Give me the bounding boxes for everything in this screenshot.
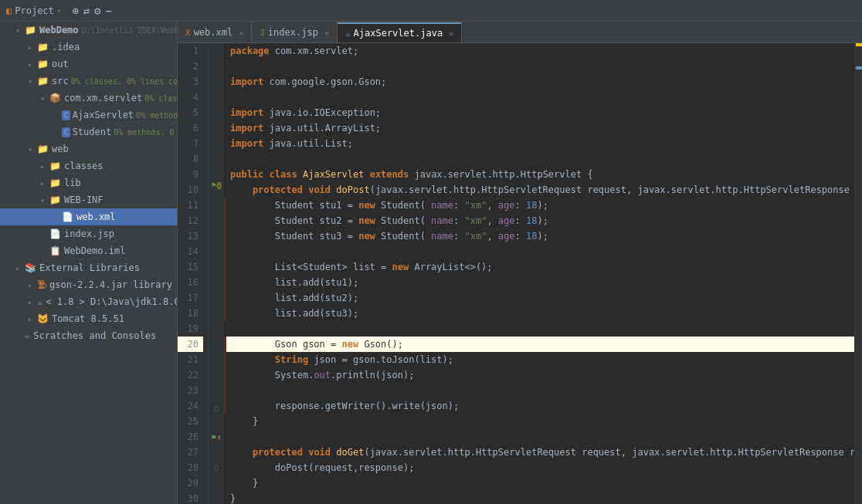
tab-index-jsp[interactable]: J index.jsp ✕ (252, 22, 338, 42)
tree-label: Tomcat 8.5.51 (52, 313, 124, 324)
folder-icon: 📁 (49, 178, 61, 188)
project-dropdown-arrow: ▾ (57, 7, 61, 15)
iml-icon: 📋 (49, 245, 61, 256)
package-icon: 📦 (49, 93, 61, 103)
scroll-marker-yellow (856, 43, 862, 46)
tree-item-src[interactable]: ▾ 📁 src 0% classes, 0% lines covered (0, 73, 177, 90)
project-dropdown[interactable]: ◧ Project ▾ (6, 5, 61, 16)
ext-lib-icon: 📚 (25, 262, 36, 273)
tree-item-tomcat[interactable]: ▸ 🐱 Tomcat 8.5.51 (0, 310, 177, 327)
folder-icon: 📁 (25, 25, 36, 36)
tree-label: .idea (52, 42, 80, 52)
arrow: ▾ (28, 145, 37, 154)
minimize-icon[interactable]: − (106, 5, 112, 17)
tree-item-web[interactable]: ▾ 📁 web (0, 140, 177, 157)
tree-item-student[interactable]: C Student 0% methods, 0 (0, 123, 177, 140)
tree-item-scratches[interactable]: ✏ Scratches and Consoles (0, 327, 177, 344)
scratches-icon: ✏ (25, 330, 30, 341)
arrow: ▸ (28, 298, 37, 306)
settings-icon[interactable]: ⚙ (94, 5, 100, 17)
toolbar: ◧ Project ▾ ⊕ ⇄ ⚙ − (0, 0, 862, 22)
tree-label: src (52, 76, 69, 86)
arrow: ▾ (28, 77, 37, 86)
main-layout: ▾ 📁 WebDemo D:\IntelliJ IDEA\WebDem ▸ 📁 … (0, 22, 862, 504)
xml-icon: 📄 (62, 211, 73, 222)
java-tab-icon: ☕ (345, 29, 351, 39)
navigate-icon[interactable]: ⊕ (72, 5, 78, 17)
arrow: ▾ (40, 94, 49, 103)
tab-ajax-servlet[interactable]: ☕ AjaxServlet.java ✕ (338, 22, 462, 42)
arrow: ▸ (28, 281, 37, 289)
tab-close-web-xml[interactable]: ✕ (239, 29, 243, 37)
tree-item-webdemo-iml[interactable]: 📋 WebDemo.iml (0, 242, 177, 259)
folder-icon: 📁 (37, 42, 49, 52)
folder-icon: 📁 (49, 194, 61, 205)
code-content[interactable]: package com.xm.servlet;import com.google… (224, 43, 854, 504)
tree-item-index-jsp[interactable]: 📄 index.jsp (0, 225, 177, 242)
tree-label: out (52, 59, 69, 69)
gutter: ⚑@○⚑↑○ (209, 43, 224, 504)
line-numbers: 1234567891011121314151617181920212223242… (178, 43, 209, 504)
tab-close-ajax-servlet[interactable]: ✕ (449, 29, 453, 38)
tree-label: Scratches and Consoles (33, 330, 156, 341)
tomcat-icon: 🐱 (37, 313, 49, 324)
coverage-text: 0% methods, 0 (136, 111, 177, 120)
tree-label: index.jsp (64, 228, 114, 239)
arrow: ▸ (15, 264, 25, 272)
tree-item-jdk[interactable]: ▸ ☕ < 1.8 > D:\Java\jdk1.8.0_144 (0, 293, 177, 310)
jar-icon: 🗜 (37, 279, 46, 290)
arrow: ▸ (28, 60, 37, 69)
tree-item-gson[interactable]: ▸ 🗜 gson-2.2.4.jar library root (0, 276, 177, 293)
tree-item-out[interactable]: ▸ 📁 out (0, 56, 177, 73)
coverage-text: 0% methods, 0 (114, 128, 174, 137)
tab-label: AjaxServlet.java (354, 28, 443, 39)
tree-item-lib[interactable]: ▸ 📁 lib (0, 174, 177, 191)
tree-label: web.xml (76, 211, 116, 222)
arrow: ▸ (40, 162, 49, 171)
project-label: Project (15, 5, 54, 16)
tree-label: classes (64, 161, 104, 171)
right-margin (854, 43, 862, 504)
folder-icon: 📁 (37, 59, 49, 69)
jdk-icon: ☕ (37, 296, 42, 307)
folder-icon: 📁 (49, 161, 61, 171)
tree-item-ext-libs[interactable]: ▸ 📚 External Libraries (0, 259, 177, 276)
sidebar-tree: ▾ 📁 WebDemo D:\IntelliJ IDEA\WebDem ▸ 📁 … (0, 22, 177, 504)
arrow: ▾ (15, 26, 25, 35)
tree-label: WebDemo (39, 25, 79, 36)
tree-path: D:\IntelliJ IDEA\WebDem (82, 26, 177, 35)
arrow: ▸ (28, 315, 37, 323)
toolbar-icons: ⊕ ⇄ ⚙ − (72, 5, 112, 17)
tree-label: web (52, 144, 69, 154)
tree-item-classes[interactable]: ▸ 📁 classes (0, 157, 177, 174)
code-editor: 1234567891011121314151617181920212223242… (178, 43, 862, 504)
coverage-text: 0% classes, 0 (144, 94, 177, 103)
scroll-marker-blue (856, 66, 862, 69)
split-icon[interactable]: ⇄ (83, 5, 90, 17)
tree-label: WebDemo.iml (64, 245, 125, 256)
tree-item-package[interactable]: ▾ 📦 com.xm.servlet 0% classes, 0 (0, 90, 177, 107)
tree-item-idea[interactable]: ▸ 📁 .idea (0, 39, 177, 56)
src-folder-icon: 📁 (37, 76, 49, 86)
tabbar: X web.xml ✕ J index.jsp ✕ ☕ AjaxServlet.… (178, 22, 862, 43)
tree-item-webdemo[interactable]: ▾ 📁 WebDemo D:\IntelliJ IDEA\WebDem (0, 22, 177, 39)
folder-icon: 📁 (37, 144, 49, 154)
project-icon: ◧ (6, 5, 12, 16)
tab-close-index-jsp[interactable]: ✕ (324, 29, 329, 37)
tree-item-webinf[interactable]: ▾ 📁 WEB-INF (0, 191, 177, 208)
app-root: ◧ Project ▾ ⊕ ⇄ ⚙ − ▾ 📁 WebDemo D:\Intel… (0, 0, 862, 504)
class-icon: C (62, 110, 70, 120)
sidebar: ▾ 📁 WebDemo D:\IntelliJ IDEA\WebDem ▸ 📁 … (0, 22, 178, 504)
tree-item-ajaxservlet[interactable]: C AjaxServlet 0% methods, 0 (0, 107, 177, 123)
tree-item-web-xml[interactable]: 📄 web.xml (0, 208, 177, 225)
tree-label: External Libraries (39, 262, 140, 273)
arrow: ▸ (28, 43, 37, 52)
jsp-tab-icon: J (260, 28, 265, 38)
tree-label: AjaxServlet (73, 110, 134, 120)
editor-area: X web.xml ✕ J index.jsp ✕ ☕ AjaxServlet.… (178, 22, 862, 504)
tree-label: com.xm.servlet (64, 93, 142, 103)
xml-tab-icon: X (185, 28, 191, 38)
tab-label: web.xml (194, 27, 233, 38)
tab-web-xml[interactable]: X web.xml ✕ (178, 22, 252, 42)
tree-label: Student (73, 127, 112, 137)
